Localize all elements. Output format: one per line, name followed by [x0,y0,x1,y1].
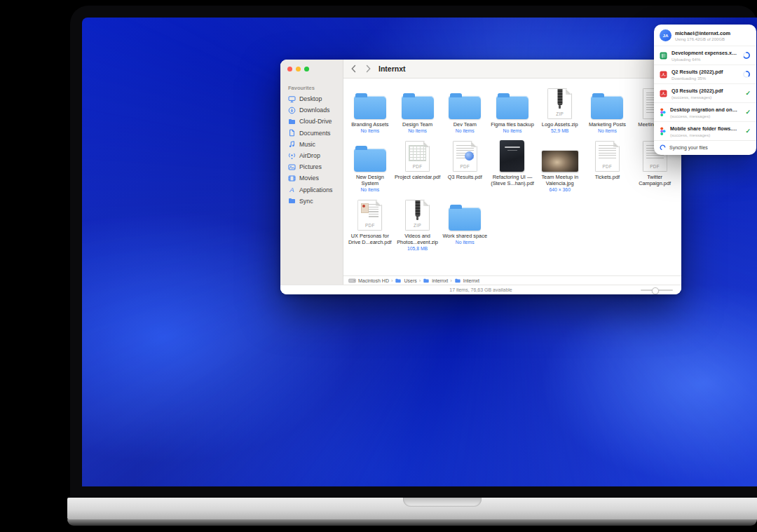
sidebar-item[interactable]: A Applications [280,184,343,196]
sync-item-text: Development expenses.xlsx Uploading 64% [671,50,738,62]
file-item[interactable]: New Design System No items [347,139,393,193]
book-cover-icon [500,140,524,172]
sidebar-item[interactable]: Cloud-Drive [280,116,343,127]
file-item[interactable]: Refactoring UI — (Steve S...han).pdf [489,139,536,193]
minimize-button[interactable] [296,67,301,71]
sync-item-detail: (success, messages) [670,132,737,137]
item-count-status: 17 items, 76,63 GB available [449,287,512,292]
folder [442,87,488,119]
window-title: Internxt [378,64,406,73]
crumb-folder-icon [423,278,430,284]
desktop-stage: Favourites Desktop Downloads Cloud-Drive… [0,0,757,532]
back-button[interactable] [350,64,357,73]
zoom-button[interactable] [304,67,309,71]
image [537,139,583,172]
file-name: Logo Assets.zip [537,121,583,128]
finder-window[interactable]: Favourites Desktop Downloads Cloud-Drive… [280,60,681,294]
close-button[interactable] [287,67,292,71]
file-item[interactable]: ZIP Logo Assets.zip 52,9 MB [537,87,583,134]
file-item[interactable]: Marketing Posts No items [584,87,630,134]
file-item[interactable]: Figma files backup No items [489,87,536,134]
file-meta: 105,8 MB [395,246,441,252]
sync-item-detail: (success, messages) [671,95,723,100]
zip-file-icon: ZIP [547,88,572,119]
file-item[interactable]: Dev Team No items [442,87,488,134]
avatar[interactable]: JA [660,29,671,41]
file-name: Design Team [395,121,441,128]
account-info: michael@internxt.com Using 176.42GB of 2… [675,30,730,41]
applications-icon: A [288,186,296,193]
path-crumb[interactable]: Users [395,278,416,284]
path-crumb-group: Users › [395,278,421,284]
file-name: Figma files backup [489,121,536,128]
zip-file-icon: ZIP [405,200,430,231]
file-item[interactable]: Design Team No items [395,87,441,134]
file-name: Twitter Campaign.pdf [632,174,678,186]
sync-item-name: Q2 Results (2022).pdf [671,69,723,75]
file-name: Team Meetup in Valencia.jpg [537,174,583,186]
sync-footer: Syncing your files [654,140,756,155]
pdf-file-icon: PDF [595,141,620,172]
account-header: JA michael@internxt.com Using 176.42GB o… [654,25,756,46]
sync-item-row[interactable]: Desktop migration and onboardi... (succe… [654,102,756,121]
file-item[interactable]: PDF Project calendar.pdf [395,139,441,193]
window-controls [287,67,309,71]
file-name: Tickets.pdf [584,174,630,180]
sidebar-item[interactable]: AirDrop [280,150,343,161]
excel-icon [660,52,667,60]
file-meta: No items [347,187,393,193]
sidebar-item-label: Pictures [299,163,322,170]
file-item[interactable]: PDF Tickets.pdf [584,139,630,193]
file-item[interactable]: Branding Assets No items [347,87,393,134]
file-name: Project calendar.pdf [395,174,441,180]
movies-icon [288,175,296,182]
folder-icon [354,149,386,172]
sidebar-item[interactable]: Downloads [280,104,343,116]
pdf-cal: PDF [395,139,441,172]
file-item[interactable]: Team Meetup in Valencia.jpg 640 × 360 [537,139,583,193]
folder-icon [449,207,481,231]
pdf-chart-file-icon: PDF [453,141,477,172]
check-icon: ✓ [745,90,751,97]
folder [584,87,630,119]
sidebar-item[interactable]: Music [280,139,343,150]
sidebar-item[interactable]: Sync [280,196,343,207]
file-item[interactable]: Work shared space No items [442,198,488,252]
sidebar-item-label: Applications [299,186,332,193]
sync-item-row[interactable]: Mobile share folder flows.fig (success, … [654,121,756,140]
sidebar-item-label: Movies [299,175,319,182]
sync-item-row[interactable]: Development expenses.xlsx Uploading 64% [654,46,756,64]
pdf-red-icon [660,71,667,79]
sync-item-row[interactable]: Q2 Results (2022).pdf Downloading 35% [654,64,756,83]
progress-spinner-icon [742,51,751,60]
sidebar-item-label: AirDrop [299,152,320,159]
book [489,139,536,172]
sidebar-item[interactable]: Movies [280,172,343,184]
sidebar-item[interactable]: Pictures [280,161,343,172]
file-meta: No items [442,240,488,245]
sync-item-row[interactable]: Q3 Results (2022).pdf (success, messages… [654,83,756,102]
nav-controls [350,64,371,73]
status-bar: 17 items, 76,63 GB available [280,285,681,294]
path-crumb[interactable]: Macintosh HD [348,278,389,284]
folder [347,87,393,119]
laptop-base-edge [67,519,757,526]
file-item[interactable]: PDF Q3 Results.pdf [442,139,488,193]
path-crumb[interactable]: Internxt [454,278,479,284]
sidebar-item[interactable]: Documents [280,128,343,139]
forward-button[interactable] [365,64,371,73]
file-name: Work shared space [442,233,488,239]
icon-size-slider[interactable] [641,287,673,293]
laptop-lid-notch [403,498,482,507]
file-meta: 52,9 MB [537,128,583,134]
slider-knob[interactable] [652,287,659,294]
file-item[interactable]: PDF UX Personas for Drive D...earch.pdf [347,198,393,252]
sync-item-detail: (success, messages) [670,114,737,118]
path-crumb[interactable]: internxt [423,278,448,284]
sidebar-item[interactable]: Desktop [280,93,343,104]
sidebar-item-label: Music [299,141,315,148]
file-name: Marketing Posts [584,121,630,128]
sync-status-popup: JA michael@internxt.com Using 176.42GB o… [654,25,756,155]
path-crumb-group: Macintosh HD › [348,278,393,284]
file-item[interactable]: ZIP Videos and Photos...event.zip 105,8 … [395,198,441,252]
